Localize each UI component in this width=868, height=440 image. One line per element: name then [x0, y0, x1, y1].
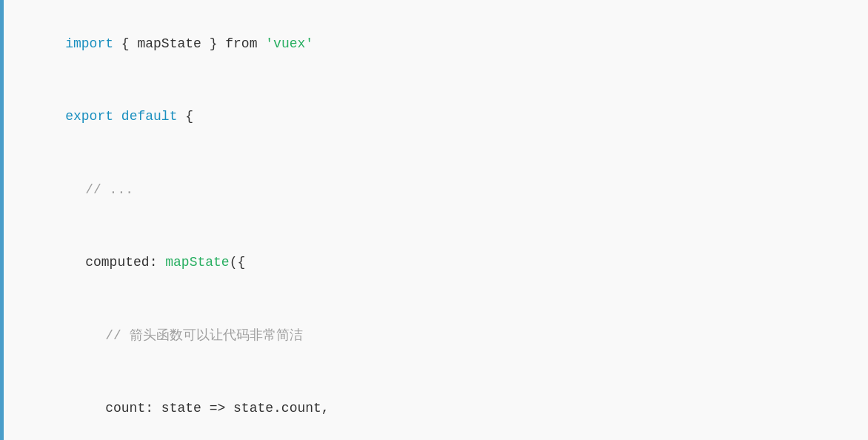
code-line-5: // 箭头函数可以让代码非常简洁	[4, 299, 868, 373]
comment-arrow-fn: // 箭头函数可以让代码非常简洁	[105, 328, 302, 343]
string-vuex: 'vuex'	[265, 36, 313, 51]
code-block: import { mapState } from 'vuex' export d…	[0, 0, 868, 440]
keyword-mapstate: mapState	[165, 255, 229, 270]
code-line-6: count: state => state.count,	[4, 373, 868, 441]
code-line-1: import { mapState } from 'vuex'	[4, 7, 868, 81]
keyword-export-default: export default	[65, 109, 177, 124]
code-line-2: export default {	[4, 81, 868, 154]
code-line-3: // ...	[4, 153, 868, 227]
keyword-import: import	[65, 36, 113, 51]
comment-ellipsis: // ...	[85, 182, 133, 197]
code-line-4: computed: mapState({	[4, 227, 868, 300]
